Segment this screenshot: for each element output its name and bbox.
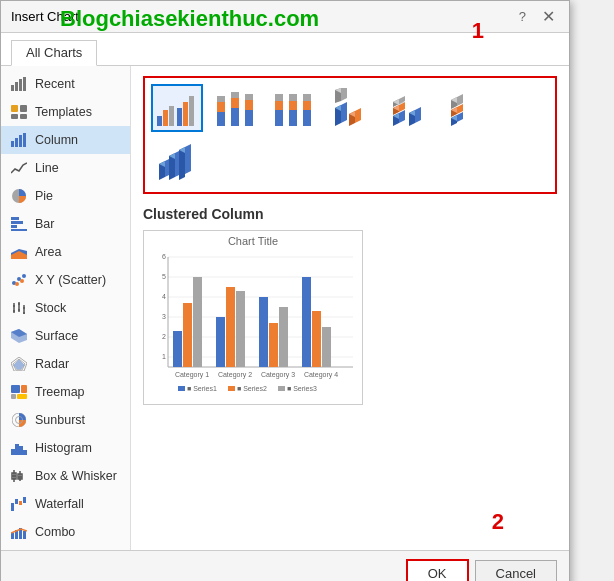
svg-rect-84 bbox=[303, 101, 311, 110]
svg-rect-71 bbox=[231, 108, 239, 126]
svg-rect-4 bbox=[11, 105, 18, 112]
chart-preview-title: Chart Title bbox=[148, 235, 358, 247]
sidebar-label-radar: Radar bbox=[35, 357, 69, 371]
sidebar-item-pie[interactable]: Pie bbox=[1, 182, 130, 210]
svg-text:Category 4: Category 4 bbox=[304, 371, 338, 379]
svg-marker-124 bbox=[185, 144, 191, 174]
svg-point-22 bbox=[15, 282, 19, 286]
svg-rect-146 bbox=[269, 323, 278, 367]
selected-chart-name: Clustered Column bbox=[143, 206, 557, 222]
sidebar-item-templates[interactable]: Templates bbox=[1, 98, 130, 126]
svg-rect-69 bbox=[217, 102, 225, 112]
svg-rect-62 bbox=[157, 116, 162, 126]
svg-rect-85 bbox=[303, 94, 311, 101]
svg-rect-0 bbox=[11, 85, 14, 91]
chart-type-stacked-col[interactable] bbox=[209, 84, 261, 132]
svg-rect-6 bbox=[11, 114, 18, 119]
sidebar-label-treemap: Treemap bbox=[35, 385, 85, 399]
sidebar-item-area[interactable]: Area bbox=[1, 238, 130, 266]
svg-rect-11 bbox=[23, 133, 26, 147]
svg-rect-72 bbox=[231, 98, 239, 108]
sidebar-label-histogram: Histogram bbox=[35, 441, 92, 455]
svg-text:6: 6 bbox=[162, 253, 166, 260]
svg-rect-70 bbox=[217, 96, 225, 102]
sidebar-item-line[interactable]: Line bbox=[1, 154, 130, 182]
svg-rect-68 bbox=[217, 112, 225, 126]
svg-rect-2 bbox=[19, 79, 22, 91]
chart-type-100-stacked-col[interactable] bbox=[267, 84, 319, 132]
sidebar-label-line: Line bbox=[35, 161, 59, 175]
histogram-icon bbox=[9, 439, 29, 457]
sidebar-label-box-whisker: Box & Whisker bbox=[35, 469, 117, 483]
chart-type-3d-stacked-col[interactable] bbox=[383, 84, 435, 132]
sidebar-label-combo: Combo bbox=[35, 525, 75, 539]
svg-rect-7 bbox=[20, 114, 27, 119]
sidebar-label-xy-scatter: X Y (Scatter) bbox=[35, 273, 106, 287]
sidebar-item-stock[interactable]: Stock bbox=[1, 294, 130, 322]
sidebar-label-sunburst: Sunburst bbox=[35, 413, 85, 427]
sidebar-item-combo[interactable]: Combo bbox=[1, 518, 130, 546]
sidebar-item-column[interactable]: Column bbox=[1, 126, 130, 154]
sidebar-label-surface: Surface bbox=[35, 329, 78, 343]
title-bar: Insert Chart ? ✕ bbox=[1, 1, 569, 33]
svg-marker-97 bbox=[399, 110, 405, 123]
sidebar-item-radar[interactable]: Radar bbox=[1, 350, 130, 378]
svg-rect-148 bbox=[302, 277, 311, 367]
svg-rect-67 bbox=[189, 96, 194, 126]
svg-rect-41 bbox=[17, 394, 27, 399]
svg-rect-144 bbox=[236, 291, 245, 367]
tab-all-charts[interactable]: All Charts bbox=[11, 40, 97, 66]
sidebar-label-area: Area bbox=[35, 245, 61, 259]
svg-rect-54 bbox=[11, 503, 14, 511]
close-button[interactable]: ✕ bbox=[538, 7, 559, 26]
stock-icon bbox=[9, 299, 29, 317]
svg-rect-14 bbox=[11, 221, 23, 224]
sidebar-item-histogram[interactable]: Histogram bbox=[1, 434, 130, 462]
chart-type-3d-100-stacked-col[interactable] bbox=[441, 84, 493, 132]
chart-type-3d-col[interactable] bbox=[151, 138, 203, 186]
svg-rect-65 bbox=[177, 108, 182, 126]
svg-marker-106 bbox=[415, 107, 421, 123]
help-button[interactable]: ? bbox=[519, 9, 526, 24]
ok-button[interactable]: OK bbox=[406, 559, 469, 581]
sidebar-item-box-whisker[interactable]: Box & Whisker bbox=[1, 462, 130, 490]
svg-rect-157 bbox=[228, 386, 235, 391]
sidebar-label-pie: Pie bbox=[35, 189, 53, 203]
svg-rect-80 bbox=[289, 110, 297, 126]
sidebar-item-sunburst[interactable]: Sunburst bbox=[1, 406, 130, 434]
svg-marker-91 bbox=[355, 108, 361, 123]
recent-icon bbox=[9, 75, 29, 93]
sidebar-item-treemap[interactable]: Treemap bbox=[1, 378, 130, 406]
sidebar-item-waterfall[interactable]: Waterfall bbox=[1, 490, 130, 518]
pie-icon bbox=[9, 187, 29, 205]
sidebar: Recent Templates Column bbox=[1, 66, 131, 550]
chart-type-3d-clustered-col[interactable] bbox=[325, 84, 377, 132]
svg-rect-147 bbox=[279, 307, 288, 367]
templates-icon bbox=[9, 103, 29, 121]
tabs-row: All Charts Recommended Charts bbox=[1, 33, 569, 66]
sidebar-label-recent: Recent bbox=[35, 77, 75, 91]
svg-rect-64 bbox=[169, 106, 174, 126]
cancel-button[interactable]: Cancel bbox=[475, 560, 557, 581]
sidebar-item-bar[interactable]: Bar bbox=[1, 210, 130, 238]
svg-marker-94 bbox=[341, 88, 347, 101]
svg-rect-13 bbox=[11, 217, 19, 220]
sidebar-label-column: Column bbox=[35, 133, 78, 147]
svg-text:3: 3 bbox=[162, 313, 166, 320]
svg-text:Category 3: Category 3 bbox=[261, 371, 295, 379]
sidebar-label-bar: Bar bbox=[35, 217, 54, 231]
sidebar-item-recent[interactable]: Recent bbox=[1, 70, 130, 98]
svg-rect-63 bbox=[163, 110, 168, 126]
sidebar-label-stock: Stock bbox=[35, 301, 66, 315]
svg-text:5: 5 bbox=[162, 273, 166, 280]
sidebar-item-surface[interactable]: Surface bbox=[1, 322, 130, 350]
svg-rect-3 bbox=[23, 77, 26, 91]
svg-rect-139 bbox=[173, 331, 182, 367]
treemap-icon bbox=[9, 383, 29, 401]
chart-type-clustered-col[interactable] bbox=[151, 84, 203, 132]
sidebar-item-xy-scatter[interactable]: X Y (Scatter) bbox=[1, 266, 130, 294]
svg-rect-61 bbox=[23, 531, 26, 539]
bar-icon bbox=[9, 215, 29, 233]
svg-rect-78 bbox=[275, 101, 283, 110]
main-panel: Clustered Column Chart Title 6 5 4 3 2 1 bbox=[131, 66, 569, 550]
